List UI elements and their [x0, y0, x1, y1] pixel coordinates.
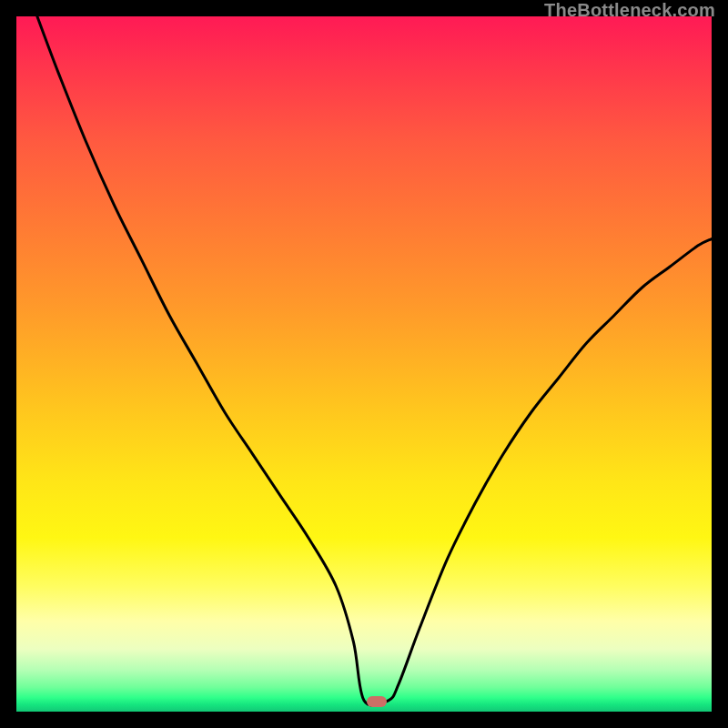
optimal-point-marker: [367, 696, 387, 707]
plot-area: [16, 16, 712, 712]
chart-container: TheBottleneck.com: [0, 0, 728, 728]
bottleneck-curve: [16, 16, 712, 712]
